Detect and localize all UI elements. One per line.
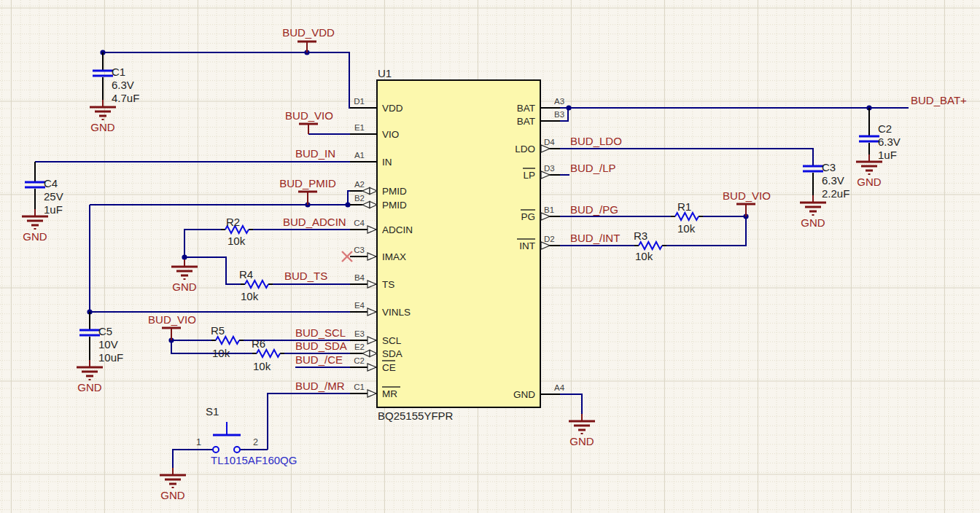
pin-name: BAT	[517, 116, 535, 127]
pin-number: D3	[544, 164, 555, 173]
net-label-text: BUD_LDO	[570, 135, 622, 147]
junction-dot	[345, 202, 350, 207]
switch-contact	[213, 447, 219, 453]
cap-value: 6.3V	[878, 136, 901, 148]
pin-number: A4	[554, 383, 565, 392]
net-label-BUD_BAT+[interactable]: BUD_BAT+	[911, 94, 967, 106]
power-port-label: BUD_PMID	[279, 177, 336, 189]
net-label-BUD_/INT[interactable]: BUD_/INT	[570, 232, 620, 244]
gnd-text: GND	[172, 281, 197, 293]
net-label-text: BUD_/LP	[570, 162, 616, 174]
cap-value: 2.2uF	[822, 187, 849, 200]
res-value: 10k	[241, 290, 259, 302]
net-label-BUD_SCL[interactable]: BUD_SCL	[295, 326, 346, 339]
switch-contact	[234, 447, 240, 453]
res-designator: R1	[677, 200, 691, 213]
net-label-BUD_/LP[interactable]: BUD_/LP	[570, 162, 616, 174]
schematic-page: GNDGNDGNDGNDGNDGNDGNDGNDC16.3V4.7uFC425V…	[0, 0, 980, 513]
cap-value: 25V	[44, 190, 63, 203]
pin-number: E4	[354, 301, 365, 310]
res-value: 10k	[212, 347, 230, 359]
switch-part-number: TL1015AF160QG	[211, 454, 297, 466]
power-port-label: BUD_VIO	[285, 109, 333, 122]
gnd-text: GND	[90, 121, 115, 133]
res-designator: R6	[252, 337, 265, 350]
pin-name: IMAX	[382, 251, 406, 262]
pin-number: D2	[544, 235, 555, 243]
schematic-canvas[interactable]: GNDGNDGNDGNDGNDGNDGNDGNDC16.3V4.7uFC425V…	[0, 0, 980, 513]
cap-designator: C3	[822, 161, 836, 173]
pin-number: C4	[354, 219, 365, 227]
pin-number: B3	[554, 110, 564, 119]
net-label-BUD_/MR[interactable]: BUD_/MR	[295, 380, 345, 392]
pin-number: A3	[554, 97, 564, 106]
res-value: 10k	[228, 235, 246, 247]
cap-designator: C2	[878, 122, 892, 135]
gnd-text: GND	[77, 381, 102, 393]
ic-part-number: BQ25155YFPR	[378, 410, 454, 422]
res-designator: R2	[226, 216, 240, 228]
net-label-BUD_/CE[interactable]: BUD_/CE	[295, 353, 343, 366]
net-label-text: BUD_ADCIN	[283, 216, 346, 228]
pin-name: PMID	[382, 200, 407, 211]
pin-name: LP	[523, 170, 535, 181]
pin-name: SDA	[382, 348, 402, 359]
pin-name: VIO	[382, 129, 399, 140]
pin-name: BAT	[517, 103, 535, 114]
pin-number: E3	[354, 329, 365, 338]
res-designator: R3	[634, 230, 648, 242]
net-label-BUD_IN[interactable]: BUD_IN	[295, 147, 335, 160]
cap-designator: C1	[112, 66, 125, 78]
gnd-text: GND	[160, 489, 185, 501]
power-port-label: BUD_VIO	[723, 189, 771, 202]
cap-value: 6.3V	[112, 79, 134, 91]
cap-value: 10uF	[98, 351, 123, 364]
pin-name: INT	[519, 240, 535, 251]
cap-value: 6.3V	[822, 174, 844, 187]
res-value: 10k	[635, 250, 653, 262]
net-label-BUD_ADCIN[interactable]: BUD_ADCIN	[283, 216, 346, 228]
pin-number: C3	[354, 246, 365, 254]
pin-number: D4	[544, 138, 555, 146]
pin-number: B4	[354, 273, 365, 282]
pin-number: C2	[354, 356, 365, 365]
pin-name: ADCIN	[382, 224, 413, 235]
net-label-text: BUD_/PG	[570, 203, 618, 216]
cap-value: 10V	[98, 338, 118, 351]
ic-U1[interactable]: U1BQ25155YFPRD1VDDE1VIOA1INA2PMIDB2PMIDC…	[350, 67, 565, 422]
pin-number: C1	[354, 383, 365, 391]
net-label-text: BUD_BAT+	[911, 94, 967, 106]
net-label-BUD_TS[interactable]: BUD_TS	[284, 270, 327, 282]
res-value: 10k	[677, 222, 696, 235]
net-label-BUD_SDA[interactable]: BUD_SDA	[295, 340, 347, 352]
pin-name: SCL	[382, 335, 402, 346]
net-label-text: BUD_/CE	[295, 353, 343, 366]
net-label-text: BUD_/INT	[570, 232, 620, 244]
net-label-BUD_/PG[interactable]: BUD_/PG	[570, 203, 618, 216]
net-label-text: BUD_SCL	[295, 326, 346, 339]
gnd-text: GND	[23, 230, 47, 243]
pin-number: E1	[354, 123, 365, 132]
net-label-text: BUD_IN	[295, 147, 335, 160]
switch-pin-number: 1	[196, 437, 201, 447]
net-label-text: BUD_TS	[284, 270, 327, 282]
net-label-text: BUD_SDA	[295, 340, 347, 352]
pin-name: IN	[382, 157, 392, 168]
switch-designator: S1	[206, 405, 219, 418]
cap-designator: C4	[44, 177, 58, 189]
pin-name: PG	[521, 211, 535, 222]
switch-pin-number: 2	[253, 437, 258, 447]
cap-value: 4.7uF	[112, 92, 139, 104]
power-port-label: BUD_VDD	[282, 26, 335, 39]
pin-name: VINLS	[382, 307, 411, 318]
cap-designator: C5	[98, 325, 112, 337]
pin-number: B1	[544, 205, 554, 214]
net-label-BUD_LDO[interactable]: BUD_LDO	[570, 135, 622, 147]
power-port-label: BUD_VIO	[148, 313, 196, 326]
pin-number: A2	[354, 180, 365, 189]
gnd-text: GND	[569, 435, 594, 447]
gnd-text: GND	[857, 176, 882, 188]
pin-name: TS	[382, 279, 394, 290]
junction-dot	[182, 254, 187, 259]
net-label-text: BUD_/MR	[295, 380, 345, 392]
